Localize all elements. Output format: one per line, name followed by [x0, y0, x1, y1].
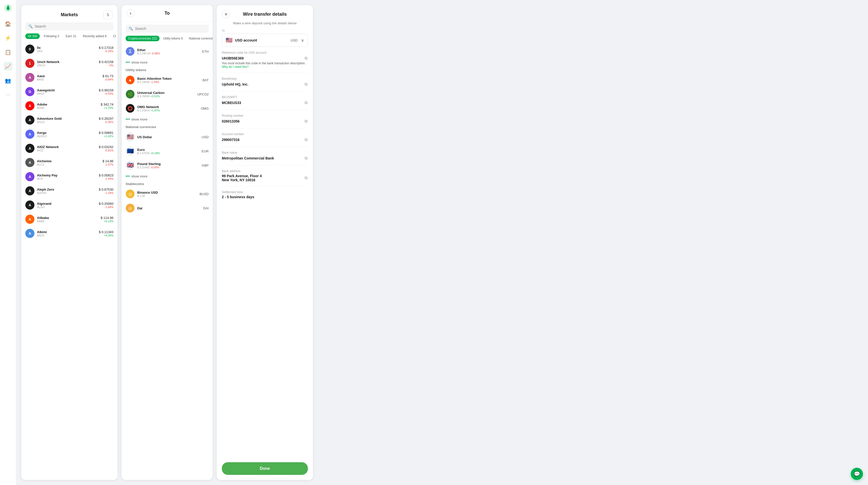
asset-logo: A: [25, 116, 34, 125]
asset-change: -1.44%: [99, 177, 114, 180]
sort-button[interactable]: ⇅: [103, 10, 113, 19]
asset-item[interactable]: A Alibaba BABA $ 114.96 +0.14%: [23, 212, 116, 226]
asset-item[interactable]: A Alkimi $ADS $ 0.11343 +4.28%: [23, 226, 116, 240]
markets-asset-list: 0 0x ZRX $ 0.17318 -0.18% 1 1inch Networ…: [21, 42, 118, 480]
omg-info: OMG Network $ 1.15814 +1.87%: [137, 105, 198, 112]
busd-item[interactable]: ◎ Binance USD $ 1.00 BUSD: [124, 187, 211, 201]
omg-code: OMG: [201, 106, 209, 110]
asset-name: Alibaba: [37, 216, 98, 220]
asset-price: $ 0.09891 +2.42%: [99, 131, 114, 138]
sidebar-item-home[interactable]: 🏠: [4, 19, 13, 28]
utility-show-more-button[interactable]: ••• show more: [124, 116, 149, 123]
upco2-item[interactable]: 🌿 Universal Carbon $ 9.39899 +0.01% UPCO…: [124, 87, 211, 101]
asset-logo: 1: [25, 59, 34, 68]
asset-item[interactable]: A AIOZ Network AIOZ $ 0.03242 -0.81%: [23, 141, 116, 155]
settlement-label: Settlement time: [222, 190, 308, 194]
filter-tab-crypto[interactable]: Cr: [111, 33, 118, 39]
collapse-button[interactable]: ∨: [127, 9, 135, 17]
sidebar-item-activity[interactable]: ⚡: [4, 33, 13, 42]
copy-beneficiary-button[interactable]: ⧉: [304, 82, 308, 87]
dai-item[interactable]: ◎ Dai DAI: [124, 201, 211, 215]
asset-item[interactable]: A Aergo AERGO $ 0.09891 +2.42%: [23, 127, 116, 141]
done-button[interactable]: Done: [222, 462, 308, 475]
sidebar-item-markets[interactable]: 📈: [4, 62, 13, 71]
asset-item[interactable]: G Aavegotchi GHST $ 0.99159 -0.53%: [23, 85, 116, 99]
markets-search-box[interactable]: 🔍: [25, 22, 114, 30]
asset-ticker: ZRX: [37, 50, 96, 53]
sidebar: 🏠 ⚡ 📋 📈 👥 ⋯: [0, 0, 16, 485]
asset-price-value: $ 0.28197: [99, 117, 114, 121]
asset-item[interactable]: 0 0x ZRX $ 0.17318 -0.18%: [23, 42, 116, 56]
gbp-price: $ 1.21402 -0.05%: [137, 166, 199, 169]
usd-code: USD: [202, 135, 209, 139]
wire-panel-header: ✕ Wire transfer details: [217, 5, 313, 21]
to-filter-national[interactable]: National currencies 26: [186, 36, 213, 41]
asset-item[interactable]: A Aleph Zero AZERO $ 0.87530 -1.24%: [23, 184, 116, 198]
busd-code: BUSD: [199, 192, 209, 196]
asset-logo: A: [25, 73, 34, 82]
bat-item[interactable]: ▲ Basic Attention Token $ 0.19446 -1.59%…: [124, 73, 211, 87]
to-search-icon: 🔍: [129, 27, 133, 31]
omg-item[interactable]: ⭕ OMG Network $ 1.15814 +1.87% OMG: [124, 101, 211, 116]
busd-info: Binance USD $ 1.00: [137, 191, 197, 197]
to-search-input[interactable]: [135, 27, 206, 31]
asset-ticker: 1INCH: [37, 64, 96, 67]
filter-tab-earn[interactable]: Earn 31: [63, 33, 79, 39]
eur-price: $ 1.07535 +0.18%: [137, 152, 199, 155]
asset-item[interactable]: A Algorand ALGO $ 0.20060 -1.64%: [23, 198, 116, 212]
national-show-more-button[interactable]: ••• show more: [124, 172, 149, 180]
to-panel-header: ∨ To: [122, 5, 213, 22]
upco2-code: UPCO2: [197, 92, 209, 96]
filter-tab-following[interactable]: Following 3: [41, 33, 62, 39]
copy-bic-button[interactable]: ⧉: [304, 100, 308, 105]
sidebar-item-more[interactable]: ⋯: [4, 90, 13, 99]
asset-item[interactable]: A Alchemy Pay ACH $ 0.00823 -1.44%: [23, 170, 116, 184]
asset-item[interactable]: A Adventure Gold AGLD $ 0.28197 -0.35%: [23, 113, 116, 127]
to-filter-cryptocurrencies[interactable]: Cryptocurrencies 222: [126, 36, 159, 41]
bic-section: BIC/SWIFT MCBEUS33 ⧉: [222, 95, 308, 110]
asset-name: Aleph Zero: [37, 188, 96, 191]
asset-logo: G: [25, 87, 34, 96]
asset-info: Algorand ALGO: [37, 202, 96, 208]
asset-item[interactable]: A Aave AAVE $ 61.73 -0.64%: [23, 70, 116, 85]
crypto-ether-item[interactable]: Ξ Ether $ 1,340.59 -0.08% ETH: [124, 44, 211, 59]
reference-link[interactable]: Why do I need this?: [222, 65, 308, 69]
asset-info: Adobe ADBE: [37, 102, 98, 109]
account-number-label: Account number: [222, 132, 308, 136]
support-button[interactable]: 💬: [851, 468, 863, 480]
asset-info: 0x ZRX: [37, 46, 96, 53]
asset-ticker: ALGO: [37, 205, 96, 208]
markets-search-input[interactable]: [35, 24, 111, 28]
utility-tokens-label: Utility tokens: [124, 66, 211, 73]
asset-change: -1.24%: [99, 191, 114, 194]
account-flag: 🇺🇸: [226, 37, 232, 43]
settlement-section: Settlement time 2 - 5 business days: [222, 190, 308, 199]
to-account-box[interactable]: 🇺🇸 USD account USD ∨: [222, 34, 308, 47]
close-button[interactable]: ✕: [222, 10, 230, 18]
gbp-item[interactable]: 🇬🇧 Pound Sterling $ 1.21402 -0.05% GBP: [124, 158, 211, 172]
crypto-show-more-label: show more: [131, 61, 148, 64]
copy-bank-name-button[interactable]: ⧉: [304, 155, 308, 161]
copy-reference-button[interactable]: ⧉: [304, 56, 308, 61]
asset-change: -0.64%: [102, 78, 114, 81]
to-search-box[interactable]: 🔍: [126, 25, 209, 33]
ether-price: $ 1,340.59 -0.08%: [137, 52, 199, 55]
sidebar-item-contacts[interactable]: 👥: [4, 76, 13, 85]
asset-item[interactable]: A Adobe ADBE $ 342.74 +1.23%: [23, 99, 116, 113]
to-filter-utility[interactable]: Utility tokens 6: [160, 36, 185, 41]
filter-tab-recently-added[interactable]: Recently added 8: [80, 33, 109, 39]
copy-routing-button[interactable]: ⧉: [304, 119, 308, 124]
sidebar-item-portfolio[interactable]: 📋: [4, 47, 13, 57]
copy-account-number-button[interactable]: ⧉: [304, 137, 308, 142]
asset-item[interactable]: 1 1inch Network 1INCH $ 0.42158 -3%: [23, 56, 116, 70]
copy-bank-address-button[interactable]: ⧉: [304, 175, 308, 181]
dai-name: Dai: [137, 206, 200, 210]
crypto-show-more-button[interactable]: ••• show more: [124, 59, 149, 66]
asset-item[interactable]: A Alchemix ALCX $ 14.86 -1.07%: [23, 155, 116, 170]
eur-item[interactable]: 🇪🇺 Euro $ 1.07535 +0.18% EUR: [124, 144, 211, 158]
to-label: To: [222, 29, 308, 32]
filter-tab-all[interactable]: All 330: [25, 33, 40, 39]
beneficiary-value: Uphold HQ, Inc.: [222, 82, 248, 86]
support-icon: 💬: [854, 471, 860, 477]
usd-item[interactable]: 🇺🇸 US Dollar USD: [124, 130, 211, 144]
